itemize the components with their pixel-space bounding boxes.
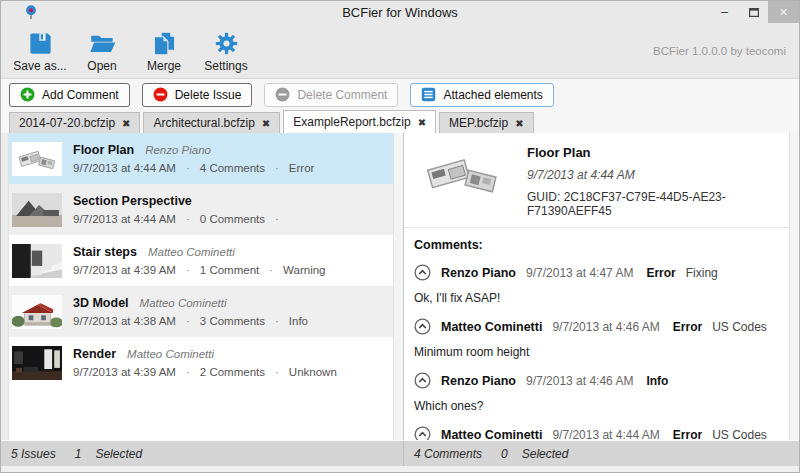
issue-date: 9/7/2013 at 4:38 AM	[73, 315, 176, 327]
comment-body: Which ones?	[414, 399, 779, 413]
merge-label: Merge	[147, 59, 181, 73]
minimize-button[interactable]: –	[710, 1, 739, 23]
delete-comment-button[interactable]: Delete Comment	[264, 83, 398, 107]
merge-documents-icon	[151, 30, 178, 57]
issue-title: Floor Plan	[73, 143, 134, 157]
issues-status: 5 Issues 1 Selected	[1, 441, 404, 466]
separator: ·	[186, 162, 190, 174]
collapse-comment-button[interactable]	[414, 318, 431, 335]
comments-scrollbar[interactable]	[789, 133, 799, 440]
tab-strip: 2014-07-20.bcfzip ✖ Architectural.bcfzip…	[1, 110, 799, 133]
issues-count: 5 Issues	[11, 447, 56, 461]
issue-row[interactable]: Stair steps Matteo Cominetti 9/7/2013 at…	[9, 235, 393, 286]
comments-status: 4 Comments 0 Selected	[404, 441, 799, 466]
tab-close-icon[interactable]: ✖	[418, 117, 426, 128]
delete-issue-label: Delete Issue	[175, 88, 242, 102]
collapse-comment-button[interactable]	[414, 426, 431, 440]
open-button[interactable]: Open	[71, 28, 133, 73]
window-controls: – ✕	[710, 1, 799, 23]
save-as-button[interactable]: Save as...	[9, 28, 71, 73]
issue-comment-count: 2 Comments	[200, 366, 265, 378]
issue-author: Matteo Cominetti	[127, 348, 214, 360]
comment-author: Matteo Cominetti	[441, 320, 542, 334]
issue-row[interactable]: Render Matteo Cominetti 9/7/2013 at 4:39…	[9, 337, 393, 388]
comment-status: Error	[673, 428, 702, 441]
document-tab[interactable]: 2014-07-20.bcfzip ✖	[9, 112, 140, 133]
separator: ·	[275, 162, 279, 174]
document-tab[interactable]: ExampleReport.bcfzip ✖	[283, 110, 436, 133]
merge-button[interactable]: Merge	[133, 28, 195, 73]
comment-date: 9/7/2013 at 4:46 AM	[552, 320, 659, 334]
bottom-window-frame	[1, 466, 799, 472]
minus-circle-icon	[275, 87, 290, 102]
detail-title: Floor Plan	[527, 143, 779, 160]
issue-date: 9/7/2013 at 4:44 AM	[73, 162, 176, 174]
issues-selected-count: 1	[75, 447, 82, 461]
issue-row[interactable]: Floor Plan Renzo Piano 9/7/2013 at 4:44 …	[9, 133, 393, 184]
status-bar: 5 Issues 1 Selected 4 Comments 0 Selecte…	[1, 440, 799, 466]
version-text: BCFier 1.0.0.0 by teocomi	[653, 45, 786, 57]
issue-detail-panel: Floor Plan 9/7/2013 at 4:44 AM GUID: 2C1…	[404, 133, 799, 440]
close-button[interactable]: ✕	[768, 1, 799, 23]
comments-header: Comments:	[414, 238, 779, 252]
collapse-comment-button[interactable]	[414, 372, 431, 389]
comment-author: Renzo Piano	[441, 266, 516, 280]
separator: ·	[186, 366, 190, 378]
document-tab[interactable]: Architectural.bcfzip ✖	[143, 112, 280, 133]
issue-thumbnail	[12, 142, 62, 176]
comment-status: Error	[673, 320, 702, 334]
comment-item: Renzo Piano 9/7/2013 at 4:46 AM Info Whi…	[414, 372, 779, 413]
tab-close-icon[interactable]: ✖	[122, 118, 130, 129]
save-as-label: Save as...	[13, 59, 66, 73]
tab-close-icon[interactable]: ✖	[515, 118, 523, 129]
separator: ·	[186, 213, 190, 225]
issue-status: Unknown	[289, 366, 337, 378]
issue-status: Warning	[283, 264, 325, 276]
tab-close-icon[interactable]: ✖	[262, 118, 270, 129]
issue-date: 9/7/2013 at 4:44 AM	[73, 213, 176, 225]
app-window: BCFier for Windows – ✕ Save as...	[0, 0, 800, 473]
comment-tag: US Codes	[712, 320, 767, 334]
issue-title: Render	[73, 347, 116, 361]
comment-item: Matteo Cominetti 9/7/2013 at 4:46 AM Err…	[414, 318, 779, 359]
chevron-up-circle-icon	[414, 264, 431, 281]
issue-thumbnail	[12, 346, 62, 380]
main-toolbar: Save as... Open Merge	[1, 23, 799, 79]
issue-status: Info	[289, 315, 308, 327]
separator: ·	[275, 366, 279, 378]
comments-selected-label: Selected	[522, 447, 569, 461]
tab-label: MEP.bcfzip	[449, 116, 508, 130]
issue-comment-count: 3 Comments	[200, 315, 265, 327]
maximize-button[interactable]	[739, 1, 768, 23]
collapse-comment-button[interactable]	[414, 264, 431, 281]
add-comment-button[interactable]: Add Comment	[9, 83, 130, 107]
attached-elements-button[interactable]: Attached elements	[410, 83, 553, 107]
chevron-up-circle-icon	[414, 426, 431, 440]
comment-list: Renzo Piano 9/7/2013 at 4:47 AM Error Fi…	[414, 264, 779, 440]
delete-issue-button[interactable]: Delete Issue	[142, 83, 253, 107]
issue-list-scrollbar[interactable]	[393, 133, 403, 440]
issue-row[interactable]: 3D Model Matteo Cominetti 9/7/2013 at 4:…	[9, 286, 393, 337]
detail-thumbnail	[414, 143, 510, 205]
save-icon	[27, 30, 54, 57]
issue-comment-count: 0 Comments	[200, 213, 265, 225]
issue-thumbnail	[12, 244, 62, 278]
issue-date: 9/7/2013 at 4:39 AM	[73, 264, 176, 276]
plus-circle-icon	[20, 87, 35, 102]
issue-title: Stair steps	[73, 245, 137, 259]
comment-status: Error	[646, 266, 675, 280]
issue-date: 9/7/2013 at 4:39 AM	[73, 366, 176, 378]
separator: ·	[269, 264, 273, 276]
comment-date: 9/7/2013 at 4:46 AM	[526, 374, 633, 388]
issue-thumbnail	[12, 295, 62, 329]
comments-section: Comments: Renzo Piano 9/7/2013 at 4:47 A…	[404, 228, 789, 440]
issue-comment-count: 4 Comments	[200, 162, 265, 174]
attached-elements-label: Attached elements	[443, 88, 542, 102]
issue-thumbnail	[12, 193, 62, 227]
settings-button[interactable]: Settings	[195, 28, 257, 73]
document-tab[interactable]: MEP.bcfzip ✖	[439, 112, 534, 133]
separator: ·	[186, 264, 190, 276]
separator: ·	[275, 213, 279, 225]
title-bar: BCFier for Windows – ✕	[1, 1, 799, 23]
issue-row[interactable]: Section Perspective 9/7/2013 at 4:44 AM …	[9, 184, 393, 235]
